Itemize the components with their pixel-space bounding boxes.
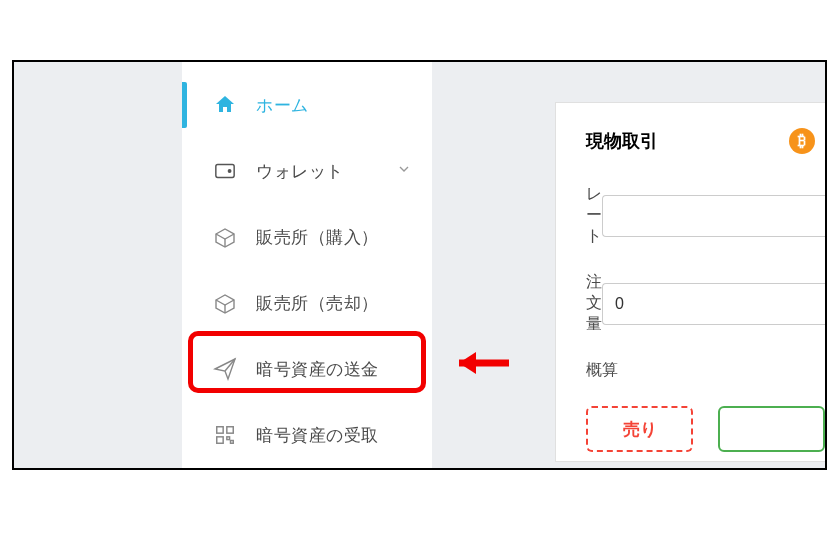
- rate-label: レート: [586, 184, 602, 247]
- qr-code-icon: [212, 422, 238, 448]
- sidebar-item-receive-crypto[interactable]: 暗号資産の受取: [182, 402, 432, 468]
- svg-rect-2: [217, 427, 223, 433]
- sidebar: ホーム ウォレット 販売所（購入） 販売所（売却）: [182, 62, 432, 468]
- home-icon: [212, 92, 238, 118]
- trade-row-qty: 注文量: [586, 272, 825, 335]
- sidebar-item-label: 暗号資産の送金: [256, 358, 379, 381]
- svg-point-1: [228, 170, 230, 172]
- box-down-icon: [212, 290, 238, 316]
- sidebar-item-label: ホーム: [256, 94, 309, 117]
- wallet-icon: [212, 158, 238, 184]
- paper-plane-icon: [212, 356, 238, 382]
- rate-input[interactable]: [602, 195, 825, 237]
- sidebar-item-label: 販売所（売却）: [256, 292, 379, 315]
- app-frame: ホーム ウォレット 販売所（購入） 販売所（売却）: [12, 60, 827, 470]
- sidebar-item-label: 暗号資産の受取: [256, 424, 379, 447]
- trade-panel: 現物取引 ₿ レート 注文量 概算 売り: [555, 102, 825, 462]
- svg-rect-5: [227, 437, 230, 440]
- box-up-icon: [212, 224, 238, 250]
- chevron-down-icon: [396, 161, 412, 181]
- trade-buttons: 売り: [586, 406, 825, 452]
- qty-label: 注文量: [586, 272, 602, 335]
- trade-panel-title-row: 現物取引 ₿: [586, 128, 825, 154]
- sidebar-item-label: ウォレット: [256, 160, 344, 183]
- trade-panel-title: 現物取引: [586, 129, 658, 153]
- annotation-arrow-left: [454, 348, 514, 378]
- svg-rect-6: [231, 441, 234, 444]
- qty-input[interactable]: [602, 283, 825, 325]
- sidebar-item-sell[interactable]: 販売所（売却）: [182, 270, 432, 336]
- sell-button[interactable]: 売り: [586, 406, 693, 452]
- buy-button[interactable]: [718, 406, 825, 452]
- sidebar-item-buy[interactable]: 販売所（購入）: [182, 204, 432, 270]
- sidebar-item-label: 販売所（購入）: [256, 226, 379, 249]
- trade-row-est: 概算: [586, 360, 825, 381]
- trade-row-rate: レート: [586, 184, 825, 247]
- svg-rect-3: [227, 427, 233, 433]
- sidebar-item-wallet[interactable]: ウォレット: [182, 138, 432, 204]
- svg-rect-4: [217, 437, 223, 443]
- sidebar-item-send-crypto[interactable]: 暗号資産の送金: [182, 336, 432, 402]
- est-label: 概算: [586, 360, 681, 381]
- sidebar-item-home[interactable]: ホーム: [182, 72, 432, 138]
- sell-button-label: 売り: [623, 418, 657, 441]
- bitcoin-icon: ₿: [789, 128, 815, 154]
